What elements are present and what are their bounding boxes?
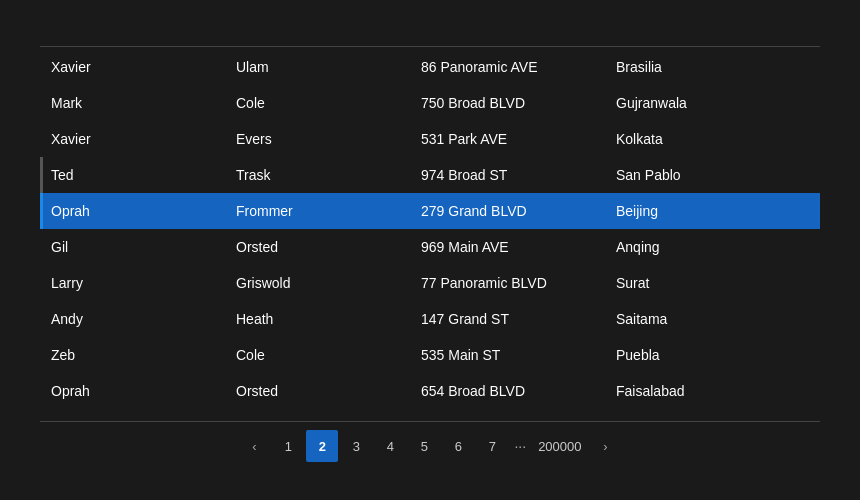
cell-lastname: Cole [228,85,413,121]
col-header-firstname [40,30,225,38]
table-row[interactable]: LarryGriswold77 Panoramic BLVDSurat [40,265,820,301]
pagination-page-5[interactable]: 5 [408,430,440,462]
cell-city: Beijing [608,193,793,229]
cell-address: 147 Grand ST [413,301,608,337]
table-row[interactable]: ZebCole535 Main STPuebla [40,337,820,373]
cell-lastname: Trask [228,157,413,193]
cell-lastname: Orsted [228,373,413,409]
cell-lastname: Orsted [228,229,413,265]
pagination-next[interactable]: › [590,430,622,462]
pagination: ‹1234567···200000› [40,421,820,470]
col-header-city [605,30,790,38]
cell-lastname: Frommer [228,193,413,229]
cell-firstname: Mark [43,85,228,121]
table-row[interactable]: MarkCole750 Broad BLVDGujranwala [40,85,820,121]
cell-city: Anqing [608,229,793,265]
cell-city: Saitama [608,301,793,337]
table-body: XavierUlam86 Panoramic AVEBrasiliaMarkCo… [40,49,820,409]
table-row[interactable]: XavierEvers531 Park AVEKolkata [40,121,820,157]
cell-city: Gujranwala [608,85,793,121]
cell-city: San Pablo [608,157,793,193]
cell-address: 531 Park AVE [413,121,608,157]
cell-firstname: Andy [43,301,228,337]
cell-lastname: Evers [228,121,413,157]
table-row[interactable]: GilOrsted969 Main AVEAnqing [40,229,820,265]
cell-city: Brasilia [608,49,793,85]
cell-lastname: Ulam [228,49,413,85]
cell-firstname: Oprah [43,193,228,229]
cell-address: 535 Main ST [413,337,608,373]
cell-firstname: Larry [43,265,228,301]
cell-city: Faisalabad [608,373,793,409]
cell-lastname: Heath [228,301,413,337]
cell-city: Surat [608,265,793,301]
cell-address: 654 Broad BLVD [413,373,608,409]
data-table: XavierUlam86 Panoramic AVEBrasiliaMarkCo… [40,30,820,409]
pagination-prev[interactable]: ‹ [238,430,270,462]
cell-firstname: Xavier [43,49,228,85]
cell-address: 974 Broad ST [413,157,608,193]
pagination-last-page[interactable]: 200000 [532,439,587,454]
cell-firstname: Zeb [43,337,228,373]
pagination-page-4[interactable]: 4 [374,430,406,462]
pagination-page-6[interactable]: 6 [442,430,474,462]
cell-address: 969 Main AVE [413,229,608,265]
table-row[interactable]: XavierUlam86 Panoramic AVEBrasilia [40,49,820,85]
cell-lastname: Griswold [228,265,413,301]
cell-firstname: Oprah [43,373,228,409]
cell-firstname: Gil [43,229,228,265]
col-header-address [410,30,605,38]
pagination-page-3[interactable]: 3 [340,430,372,462]
cell-lastname: Cole [228,337,413,373]
table-row[interactable]: OprahFrommer279 Grand BLVDBeijing [40,193,820,229]
cell-firstname: Xavier [43,121,228,157]
cell-city: Kolkata [608,121,793,157]
table-row[interactable]: AndyHeath147 Grand STSaitama [40,301,820,337]
cell-address: 86 Panoramic AVE [413,49,608,85]
cell-city: Puebla [608,337,793,373]
pagination-page-1[interactable]: 1 [272,430,304,462]
table-row[interactable]: TedTrask974 Broad STSan Pablo [40,157,820,193]
pagination-dots: ··· [510,438,530,454]
cell-address: 77 Panoramic BLVD [413,265,608,301]
table-row[interactable]: OprahOrsted654 Broad BLVDFaisalabad [40,373,820,409]
cell-address: 750 Broad BLVD [413,85,608,121]
cell-firstname: Ted [43,157,228,193]
table-header [40,30,820,47]
cell-address: 279 Grand BLVD [413,193,608,229]
main-container: XavierUlam86 Panoramic AVEBrasiliaMarkCo… [40,30,820,470]
col-header-lastname [225,30,410,38]
pagination-page-2[interactable]: 2 [306,430,338,462]
pagination-page-7[interactable]: 7 [476,430,508,462]
